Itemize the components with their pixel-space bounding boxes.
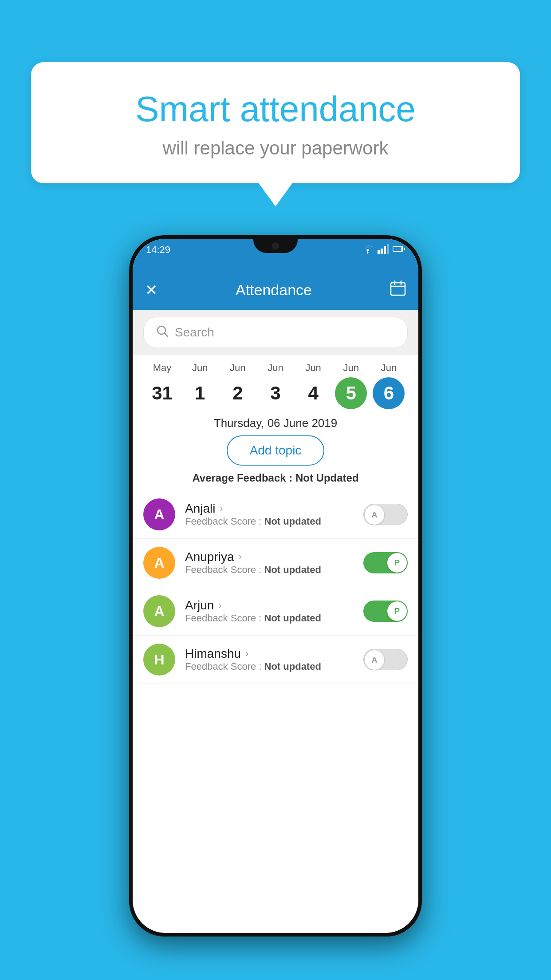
chevron-icon: › [218, 600, 221, 611]
speech-bubble-container: Smart attendance will replace your paper… [31, 62, 520, 183]
svg-rect-1 [381, 249, 383, 254]
svg-rect-0 [378, 250, 380, 254]
cal-day-4[interactable]: Jun4 [297, 362, 329, 409]
signal-icon [378, 244, 389, 254]
svg-rect-2 [384, 246, 386, 254]
attendance-toggle[interactable]: A [363, 504, 408, 525]
search-container: Search [133, 310, 418, 355]
student-avatar: H [143, 644, 175, 676]
cal-date-number: 6 [373, 377, 405, 409]
wifi-icon [362, 244, 374, 254]
feedback-value: Not updated [264, 612, 321, 624]
student-feedback: Feedback Score : Not updated [185, 516, 321, 527]
toggle-knob: A [365, 505, 384, 525]
bubble-subtitle: will replace your paperwork [67, 138, 484, 159]
student-item-1[interactable]: AAnupriya ›Feedback Score : Not updatedP [133, 539, 418, 587]
chevron-icon: › [245, 648, 248, 660]
cal-date-number: 3 [260, 377, 291, 409]
notch-camera [272, 242, 279, 249]
student-left: AAnjali ›Feedback Score : Not updated [143, 498, 321, 530]
calendar-icon[interactable] [390, 280, 406, 300]
student-avatar: A [143, 547, 175, 579]
cal-date-number: 4 [297, 377, 329, 409]
chevron-icon: › [239, 551, 242, 563]
phone-screen: 14:29 [133, 239, 418, 933]
cal-day-2[interactable]: Jun2 [222, 362, 254, 409]
cal-day-0[interactable]: May31 [146, 362, 178, 409]
cal-month-label: Jun [192, 362, 208, 374]
cal-day-5[interactable]: Jun5 [335, 362, 367, 409]
svg-rect-7 [391, 283, 405, 295]
cal-month-label: Jun [268, 362, 283, 374]
student-info: Arjun ›Feedback Score : Not updated [185, 598, 321, 624]
cal-date-number: 31 [146, 377, 178, 409]
cal-day-6[interactable]: Jun6 [373, 362, 405, 409]
app-bar: ✕ Attendance [133, 270, 418, 310]
toggle-knob: P [387, 601, 407, 621]
chevron-icon: › [220, 503, 223, 514]
add-topic-button[interactable]: Add topic [227, 435, 325, 466]
student-info: Anjali ›Feedback Score : Not updated [185, 502, 321, 527]
selected-date-label: Thursday, 06 June 2019 [133, 413, 418, 435]
svg-line-12 [165, 333, 168, 336]
attendance-toggle[interactable]: P [363, 552, 408, 573]
student-left: HHimanshu ›Feedback Score : Not updated [143, 644, 321, 676]
phone-frame: 14:29 [129, 235, 422, 937]
search-bar[interactable]: Search [143, 317, 408, 348]
status-bar: 14:29 [133, 239, 418, 270]
student-avatar: A [143, 498, 175, 530]
search-placeholder: Search [175, 325, 214, 340]
calendar-strip: May31Jun1Jun2Jun3Jun4Jun5Jun6 [133, 355, 418, 413]
speech-bubble: Smart attendance will replace your paper… [31, 62, 520, 183]
cal-date-number: 5 [335, 377, 367, 409]
student-name: Himanshu › [185, 647, 321, 661]
cal-date-number: 2 [222, 377, 254, 409]
svg-rect-3 [387, 244, 389, 254]
attendance-toggle[interactable]: A [363, 649, 408, 670]
battery-icon [393, 245, 405, 253]
student-item-2[interactable]: AArjun ›Feedback Score : Not updatedP [133, 587, 418, 636]
search-icon [156, 325, 169, 340]
feedback-value: Not updated [264, 516, 321, 527]
svg-rect-5 [394, 247, 401, 251]
student-item-3[interactable]: HHimanshu ›Feedback Score : Not updatedA [133, 636, 418, 684]
cal-month-label: Jun [381, 362, 397, 374]
status-time: 14:29 [146, 244, 170, 256]
cal-month-label: Jun [343, 362, 359, 374]
student-item-0[interactable]: AAnjali ›Feedback Score : Not updatedA [133, 490, 418, 539]
feedback-value: Not updated [264, 564, 321, 575]
cal-day-1[interactable]: Jun1 [184, 362, 216, 409]
student-avatar: A [143, 595, 175, 627]
student-left: AArjun ›Feedback Score : Not updated [143, 595, 321, 627]
toggle-knob: A [365, 650, 384, 670]
student-info: Himanshu ›Feedback Score : Not updated [185, 647, 321, 672]
status-icons [362, 244, 405, 254]
student-name: Anupriya › [185, 550, 321, 564]
app-bar-title: Attendance [236, 281, 312, 299]
student-feedback: Feedback Score : Not updated [185, 661, 321, 672]
cal-month-label: Jun [230, 362, 245, 374]
bubble-title: Smart attendance [67, 89, 484, 130]
student-feedback: Feedback Score : Not updated [185, 564, 321, 576]
cal-day-3[interactable]: Jun3 [260, 362, 291, 409]
cal-month-label: Jun [305, 362, 321, 374]
close-button[interactable]: ✕ [145, 281, 157, 299]
cal-date-number: 1 [184, 377, 216, 409]
student-list: AAnjali ›Feedback Score : Not updatedAAA… [133, 490, 418, 684]
attendance-toggle[interactable]: P [363, 601, 408, 622]
cal-month-label: May [153, 362, 172, 374]
toggle-knob: P [387, 553, 407, 573]
student-name: Arjun › [185, 598, 321, 612]
student-left: AAnupriya ›Feedback Score : Not updated [143, 547, 321, 579]
student-info: Anupriya ›Feedback Score : Not updated [185, 550, 321, 576]
svg-rect-6 [404, 248, 405, 250]
avg-feedback: Average Feedback : Not Updated [133, 472, 418, 484]
feedback-value: Not updated [264, 661, 321, 672]
student-feedback: Feedback Score : Not updated [185, 612, 321, 624]
student-name: Anjali › [185, 502, 321, 516]
